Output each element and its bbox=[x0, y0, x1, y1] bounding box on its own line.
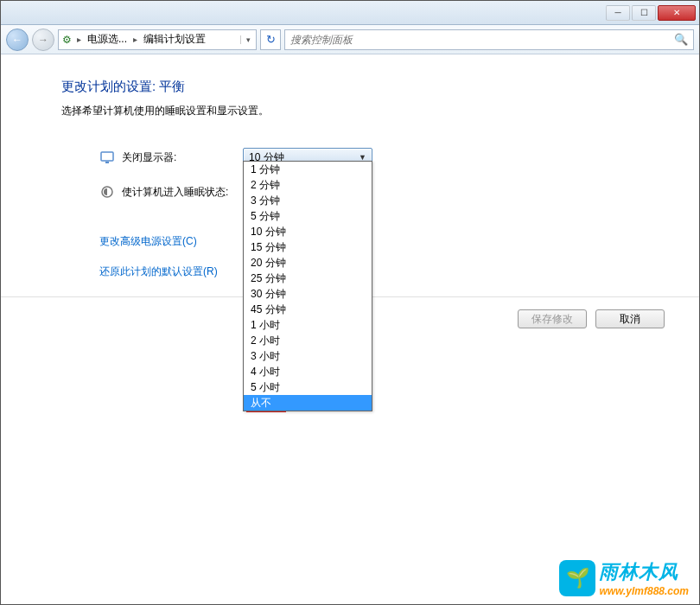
sleep-icon bbox=[99, 184, 115, 200]
refresh-button[interactable]: ↻ bbox=[260, 29, 281, 50]
svg-rect-1 bbox=[105, 162, 109, 163]
search-input[interactable] bbox=[290, 34, 674, 46]
sleep-label: 使计算机进入睡眠状态: bbox=[122, 185, 243, 200]
restore-defaults-link[interactable]: 还原此计划的默认设置(R) bbox=[99, 264, 665, 279]
breadcrumb[interactable]: ⚙ ▸ 电源选... ▸ 编辑计划设置 ▾ bbox=[58, 29, 257, 50]
window-titlebar: ─ ☐ ✕ bbox=[1, 1, 699, 25]
chevron-right-icon: ▸ bbox=[74, 35, 84, 44]
svg-rect-0 bbox=[101, 152, 113, 161]
display-off-row: 关闭显示器: 10 分钟 ▼ bbox=[99, 148, 665, 167]
dropdown-option[interactable]: 5 小时 bbox=[244, 379, 372, 395]
dropdown-option[interactable]: 2 分钟 bbox=[244, 177, 372, 193]
search-box[interactable]: 🔍 bbox=[284, 29, 694, 50]
dropdown-option[interactable]: 1 分钟 bbox=[244, 162, 372, 177]
watermark: 🌱 雨林木风 www.ylmf888.com bbox=[559, 559, 689, 597]
control-panel-icon: ⚙ bbox=[59, 34, 74, 46]
display-icon bbox=[99, 150, 115, 165]
back-button[interactable]: ← bbox=[6, 29, 29, 51]
dropdown-option[interactable]: 从不 bbox=[244, 395, 372, 411]
close-button[interactable]: ✕ bbox=[658, 5, 696, 21]
breadcrumb-item[interactable]: 编辑计划设置 bbox=[140, 32, 209, 47]
dropdown-option[interactable]: 1 小时 bbox=[244, 317, 372, 333]
dropdown-option[interactable]: 3 分钟 bbox=[244, 193, 372, 208]
dropdown-option[interactable]: 10 分钟 bbox=[244, 224, 372, 239]
minimize-button[interactable]: ─ bbox=[606, 5, 630, 21]
page-title: 更改计划的设置: 平衡 bbox=[61, 79, 665, 95]
dropdown-option[interactable]: 30 分钟 bbox=[244, 286, 372, 302]
sleep-row: 使计算机进入睡眠状态: bbox=[99, 184, 665, 200]
save-button[interactable]: 保存修改 bbox=[518, 309, 587, 328]
chevron-right-icon: ▸ bbox=[130, 35, 140, 44]
watermark-url: www.ylmf888.com bbox=[599, 585, 689, 597]
dropdown-option[interactable]: 5 分钟 bbox=[244, 208, 372, 224]
breadcrumb-dropdown[interactable]: ▾ bbox=[240, 35, 256, 44]
advanced-settings-link[interactable]: 更改高级电源设置(C) bbox=[99, 234, 665, 249]
navigation-bar: ← → ⚙ ▸ 电源选... ▸ 编辑计划设置 ▾ ↻ 🔍 bbox=[1, 25, 699, 54]
page-description: 选择希望计算机使用的睡眠设置和显示设置。 bbox=[61, 104, 665, 118]
dropdown-option[interactable]: 4 小时 bbox=[244, 364, 372, 379]
watermark-icon: 🌱 bbox=[559, 560, 595, 596]
cancel-button[interactable]: 取消 bbox=[595, 309, 665, 328]
search-icon: 🔍 bbox=[674, 33, 688, 46]
maximize-button[interactable]: ☐ bbox=[632, 5, 656, 21]
display-off-label: 关闭显示器: bbox=[122, 150, 243, 165]
dropdown-option[interactable]: 25 分钟 bbox=[244, 271, 372, 286]
dropdown-option[interactable]: 20 分钟 bbox=[244, 255, 372, 271]
dropdown-option[interactable]: 45 分钟 bbox=[244, 302, 372, 317]
dropdown-option[interactable]: 3 小时 bbox=[244, 348, 372, 364]
dropdown-option[interactable]: 2 小时 bbox=[244, 333, 372, 348]
breadcrumb-item[interactable]: 电源选... bbox=[84, 32, 130, 47]
watermark-text: 雨林木风 bbox=[599, 559, 689, 585]
dropdown-option[interactable]: 15 分钟 bbox=[244, 239, 372, 255]
forward-button[interactable]: → bbox=[32, 29, 54, 51]
display-off-dropdown-list[interactable]: 1 分钟2 分钟3 分钟5 分钟10 分钟15 分钟20 分钟25 分钟30 分… bbox=[243, 161, 372, 411]
